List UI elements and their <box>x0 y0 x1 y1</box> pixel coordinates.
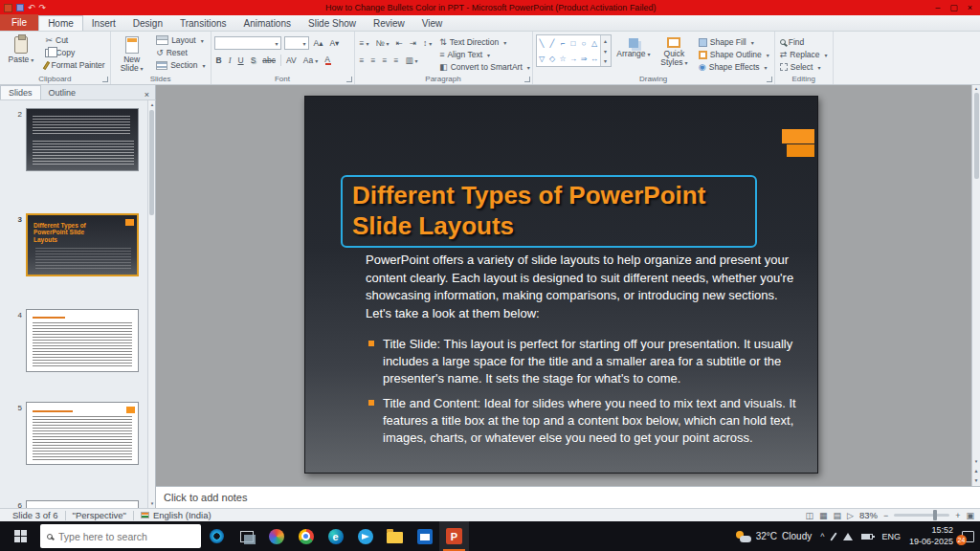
fit-to-window-button[interactable]: ▣ <box>966 511 974 520</box>
tab-insert[interactable]: Insert <box>83 15 124 31</box>
slide-intro-text[interactable]: PowerPoint offers a variety of slide lay… <box>366 252 798 322</box>
find-button[interactable]: Find <box>778 36 830 48</box>
text-direction-button[interactable]: ⇅ Text Direction <box>437 36 532 48</box>
tab-home[interactable]: Home <box>38 15 83 31</box>
arrange-button[interactable]: Arrange <box>615 36 652 78</box>
select-button[interactable]: Select <box>778 61 830 73</box>
taskbar-app-powerpoint[interactable]: P <box>439 521 469 551</box>
character-spacing-button[interactable]: AV <box>284 56 299 65</box>
next-slide-button[interactable]: ▼ <box>974 477 979 483</box>
text-shadow-button[interactable]: S <box>249 56 258 65</box>
zoom-slider[interactable] <box>894 514 949 517</box>
shrink-font-icon[interactable]: A▾ <box>327 39 341 48</box>
reading-view-button[interactable]: ▤ <box>834 511 842 520</box>
taskbar-app-colorful[interactable] <box>261 521 291 551</box>
tab-design[interactable]: Design <box>124 15 171 31</box>
tab-review[interactable]: Review <box>365 15 413 31</box>
zoom-out-button[interactable]: − <box>883 511 888 520</box>
cortana-icon[interactable] <box>210 529 224 543</box>
grow-font-icon[interactable]: A▴ <box>312 39 325 48</box>
italic-button[interactable]: I <box>227 56 234 65</box>
align-center-button[interactable]: ≡ <box>368 56 377 65</box>
language-indicator[interactable]: English (India) <box>134 510 218 520</box>
columns-button[interactable]: ▥ <box>403 56 419 65</box>
panel-scrollbar-thumb[interactable] <box>149 110 154 215</box>
notes-pane[interactable]: Click to add notes <box>156 486 980 508</box>
shape-icon[interactable]: ╱ <box>547 35 558 51</box>
taskbar-app-file-explorer[interactable] <box>380 521 410 551</box>
slide-sorter-view-button[interactable]: ▦ <box>819 511 828 520</box>
tab-slide-show[interactable]: Slide Show <box>300 15 365 31</box>
new-slide-button[interactable]: New Slide <box>114 34 150 75</box>
battery-icon[interactable] <box>861 534 873 540</box>
convert-smartart-button[interactable]: ◧ Convert to SmartArt <box>437 61 532 73</box>
slide-title-box[interactable]: Different Types of PowerPoint Slide Layo… <box>341 175 757 248</box>
slide-thumbnail-2[interactable] <box>26 108 139 171</box>
clipboard-dialog-launcher[interactable] <box>102 77 108 82</box>
reset-button[interactable]: ↺ Reset <box>154 47 207 58</box>
bullets-button[interactable]: ≡ <box>358 39 371 48</box>
shape-icon[interactable]: ╲ <box>537 35 547 51</box>
pen-icon[interactable] <box>831 532 837 540</box>
align-left-button[interactable]: ≡ <box>358 56 367 65</box>
paste-button[interactable]: Paste <box>3 34 39 75</box>
previous-slide-button[interactable]: ▲ <box>974 468 979 474</box>
tab-file[interactable]: File <box>0 14 38 31</box>
close-panel-icon[interactable]: × <box>139 90 155 99</box>
align-right-button[interactable]: ≡ <box>380 56 389 65</box>
font-name-select[interactable] <box>214 36 281 50</box>
shape-icon[interactable]: → <box>568 51 579 66</box>
line-spacing-button[interactable]: ↕ <box>421 39 434 48</box>
taskbar-app-edge[interactable]: e <box>321 521 350 551</box>
shape-effects-button[interactable]: ◉ Shape Effects <box>697 61 771 73</box>
quick-styles-button[interactable]: Quick Styles <box>656 35 692 77</box>
cut-button[interactable]: ✂ Cut <box>43 34 106 46</box>
font-size-select[interactable] <box>284 36 309 50</box>
slide-bullet-list[interactable]: Title Slide: This layout is perfect for … <box>368 336 801 447</box>
tab-transitions[interactable]: Transitions <box>171 15 235 31</box>
minimize-button[interactable]: – <box>935 4 940 12</box>
tab-outline-pane[interactable]: Outline <box>41 86 84 99</box>
justify-button[interactable]: ≡ <box>391 56 400 65</box>
redo-icon[interactable]: ↷ <box>39 4 47 12</box>
replace-button[interactable]: ⇄ Replace <box>778 49 830 60</box>
font-dialog-launcher[interactable] <box>346 77 352 82</box>
slideshow-view-button[interactable]: ▷ <box>847 511 854 520</box>
shape-icon[interactable]: ▽ <box>537 51 547 66</box>
taskbar-clock[interactable]: 15:52 19-06-2025 <box>909 525 953 547</box>
format-painter-button[interactable]: Format Painter <box>43 59 106 71</box>
normal-view-button[interactable]: ◫ <box>805 511 813 520</box>
slide-thumbnail-5[interactable] <box>26 402 139 465</box>
change-case-button[interactable]: Aa <box>301 56 320 65</box>
section-button[interactable]: Section <box>154 59 207 71</box>
shape-icon[interactable]: ↔ <box>590 51 600 66</box>
zoom-in-button[interactable]: + <box>955 511 960 520</box>
underline-button[interactable]: U <box>235 56 245 65</box>
shape-icon[interactable]: △ <box>590 35 600 51</box>
slide-canvas[interactable]: Different Types of PowerPoint Slide Layo… <box>304 96 818 474</box>
search-input[interactable] <box>58 531 194 542</box>
increase-indent-icon[interactable]: ⇥ <box>408 39 418 48</box>
scroll-up-icon[interactable]: ▴ <box>975 85 978 91</box>
paragraph-dialog-launcher[interactable] <box>524 77 530 82</box>
taskbar-app-mail[interactable] <box>410 521 439 551</box>
shape-outline-button[interactable]: Shape Outline <box>697 49 771 60</box>
zoom-slider-knob[interactable] <box>933 510 937 520</box>
undo-icon[interactable]: ↶ <box>28 4 35 12</box>
slide-thumbnail-6[interactable] <box>26 500 139 508</box>
tab-animations[interactable]: Animations <box>235 15 300 31</box>
font-color-button[interactable]: A <box>323 55 332 66</box>
align-text-button[interactable]: ≡ Align Text <box>437 49 532 60</box>
shapes-scroll-up-icon[interactable]: ▴ <box>601 35 611 46</box>
close-button[interactable]: × <box>968 4 972 12</box>
slide-thumbnail-3[interactable]: Different Types of PowerPoint Slide Layo… <box>26 213 139 276</box>
bold-button[interactable]: B <box>214 56 224 65</box>
shapes-scroll-down-icon[interactable]: ▾ <box>601 46 611 56</box>
numbering-button[interactable]: № <box>373 39 390 48</box>
save-icon[interactable] <box>16 4 24 11</box>
shape-icon[interactable]: ⌐ <box>558 35 568 51</box>
panel-scroll-up-icon[interactable]: ▴ <box>148 100 156 109</box>
wifi-icon[interactable] <box>843 533 853 540</box>
scrollbar-thumb[interactable] <box>974 93 979 179</box>
tab-view[interactable]: View <box>413 15 452 31</box>
